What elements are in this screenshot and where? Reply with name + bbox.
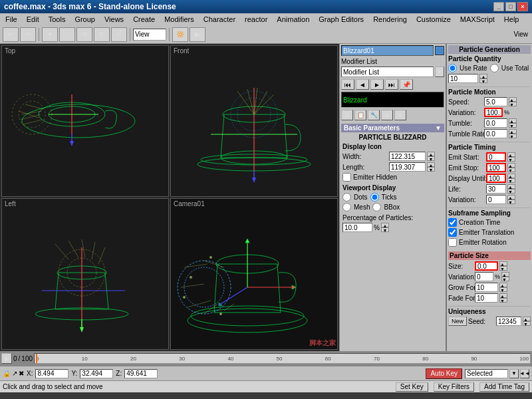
menu-create[interactable]: Create xyxy=(129,15,159,24)
length-down-btn[interactable]: ▼ xyxy=(427,167,435,172)
size-up-btn[interactable]: ▲ xyxy=(499,261,507,266)
z-input[interactable] xyxy=(124,369,158,378)
tumble-up-btn[interactable]: ▲ xyxy=(509,118,517,123)
seed-up-btn[interactable]: ▲ xyxy=(523,317,531,321)
modifier-list-dropdown[interactable]: Modifier List xyxy=(341,66,434,77)
object-name-field[interactable]: Blizzard01 xyxy=(341,45,434,56)
menu-maxscript[interactable]: MAXScript xyxy=(456,15,499,24)
dots-radio[interactable] xyxy=(342,193,351,201)
menu-modifiers[interactable]: Modifiers xyxy=(160,15,198,24)
seed-input[interactable] xyxy=(496,317,521,326)
width-down-btn[interactable]: ▼ xyxy=(427,156,435,161)
titlebar-controls[interactable]: _ □ × xyxy=(493,2,528,11)
width-input[interactable] xyxy=(389,152,426,161)
menu-help[interactable]: Help xyxy=(500,15,523,24)
render-btn[interactable]: 🔆 xyxy=(172,27,188,42)
quick-render-btn[interactable]: ▶ xyxy=(190,27,205,42)
rate-up-btn[interactable]: ▲ xyxy=(479,74,487,78)
menu-group[interactable]: Group xyxy=(70,15,99,24)
menu-customize[interactable]: Customize xyxy=(412,15,455,24)
life-up-btn[interactable]: ▲ xyxy=(507,184,515,189)
menu-views[interactable]: Views xyxy=(100,15,128,24)
menu-animation[interactable]: Animation xyxy=(273,15,313,24)
menu-rendering[interactable]: Rendering xyxy=(369,15,411,24)
nav-back-btn[interactable]: ◄◄ xyxy=(520,369,529,378)
key-filters-btn[interactable]: Key Filters xyxy=(434,382,474,392)
variation2-up-btn[interactable]: ▲ xyxy=(507,195,515,200)
set-key-btn[interactable]: Set Key xyxy=(396,382,428,392)
rotate-btn[interactable]: ↻ xyxy=(94,27,110,42)
width-up-btn[interactable]: ▲ xyxy=(427,152,435,156)
nav-first-btn[interactable]: ⏮ xyxy=(341,79,354,90)
view-input[interactable]: View xyxy=(133,29,166,41)
scale-btn[interactable]: ⤢ xyxy=(111,27,127,42)
x-input[interactable] xyxy=(35,369,68,378)
add-time-tag-btn[interactable]: Add Time Tag xyxy=(479,382,529,392)
tumble-rate-input[interactable] xyxy=(484,129,507,138)
nav-next-btn[interactable]: ► xyxy=(370,79,384,90)
mod-icon-1[interactable]: ⚙ xyxy=(341,110,353,120)
mod-icon-5[interactable]: ⊗ xyxy=(394,110,406,120)
menu-reactor[interactable]: reactor xyxy=(241,15,271,24)
nav-pin-btn[interactable]: 📌 xyxy=(400,79,413,90)
length-input[interactable] xyxy=(389,162,426,172)
tumble-rate-up-btn[interactable]: ▲ xyxy=(509,129,517,134)
move-btn[interactable]: ✛ xyxy=(76,27,92,42)
speed-up-btn[interactable]: ▲ xyxy=(509,97,517,102)
select-btn[interactable]: ✦ xyxy=(42,27,58,42)
nav-prev-btn[interactable]: ◄ xyxy=(356,79,369,90)
emitter-translation-checkbox[interactable] xyxy=(448,228,457,237)
modifier-list-dropdown-arrow[interactable]: ▼ xyxy=(435,66,444,77)
tumble-input[interactable] xyxy=(484,118,507,128)
selected-input[interactable] xyxy=(465,369,508,378)
tumble-down-btn[interactable]: ▼ xyxy=(509,123,517,128)
redo-btn[interactable]: ↪ xyxy=(20,27,36,42)
mod-icon-4[interactable]: ⊕ xyxy=(381,110,393,120)
grow-for-down-btn[interactable]: ▼ xyxy=(499,287,507,292)
rate-down-btn[interactable]: ▼ xyxy=(479,78,487,83)
speed-down-btn[interactable]: ▼ xyxy=(509,102,517,106)
seed-down-btn[interactable]: ▼ xyxy=(523,321,531,326)
mod-icon-2[interactable]: 📋 xyxy=(354,110,366,120)
menu-file[interactable]: File xyxy=(1,15,21,24)
emitter-hidden-checkbox[interactable] xyxy=(342,173,351,182)
modifier-stack-item[interactable]: Blizzard xyxy=(341,92,444,108)
emit-stop-up-btn[interactable]: ▲ xyxy=(507,163,515,168)
size-down-btn[interactable]: ▼ xyxy=(499,266,507,271)
new-btn[interactable]: New xyxy=(448,317,467,326)
time-slider[interactable]: 0102030405060708090100 xyxy=(34,353,531,364)
viewport-left[interactable]: Left xyxy=(1,198,169,350)
creation-time-checkbox[interactable] xyxy=(448,218,457,227)
menu-tools[interactable]: Tools xyxy=(45,15,70,24)
pct-up-btn[interactable]: ▲ xyxy=(381,223,389,227)
fade-for-down-btn[interactable]: ▼ xyxy=(499,298,507,303)
life-input[interactable] xyxy=(486,184,506,194)
variation2-down-btn[interactable]: ▼ xyxy=(507,200,515,204)
speed-input[interactable] xyxy=(484,97,507,106)
emitter-rotation-checkbox[interactable] xyxy=(448,238,457,247)
mesh-radio[interactable] xyxy=(342,203,351,211)
life-down-btn[interactable]: ▼ xyxy=(507,189,515,194)
use-total-radio[interactable] xyxy=(490,64,499,72)
variation-input[interactable] xyxy=(484,108,503,117)
grow-for-input[interactable] xyxy=(475,283,498,292)
fade-for-up-btn[interactable]: ▲ xyxy=(499,293,507,298)
emit-stop-input[interactable] xyxy=(486,163,506,172)
emit-start-up-btn[interactable]: ▲ xyxy=(507,152,515,157)
emit-start-input[interactable] xyxy=(486,152,506,162)
display-until-down-btn[interactable]: ▼ xyxy=(507,178,515,183)
viewport-front[interactable]: Front xyxy=(170,45,338,197)
nav-last-btn[interactable]: ⏭ xyxy=(385,79,398,90)
display-until-up-btn[interactable]: ▲ xyxy=(507,174,515,178)
undo-btn[interactable]: ↩ xyxy=(3,27,19,42)
selected-dropdown-arrow[interactable]: ▼ xyxy=(509,369,519,378)
percentage-input[interactable] xyxy=(342,223,372,232)
menu-graph-editors[interactable]: Graph Editors xyxy=(315,15,368,24)
emit-stop-down-btn[interactable]: ▼ xyxy=(507,168,515,172)
ticks-radio[interactable] xyxy=(370,193,379,201)
menu-character[interactable]: Character xyxy=(200,15,239,24)
viewport-camera[interactable]: Camera01 xyxy=(170,198,338,350)
rate-input[interactable] xyxy=(448,74,478,83)
emit-start-down-btn[interactable]: ▼ xyxy=(507,157,515,162)
y-input[interactable] xyxy=(80,369,113,378)
